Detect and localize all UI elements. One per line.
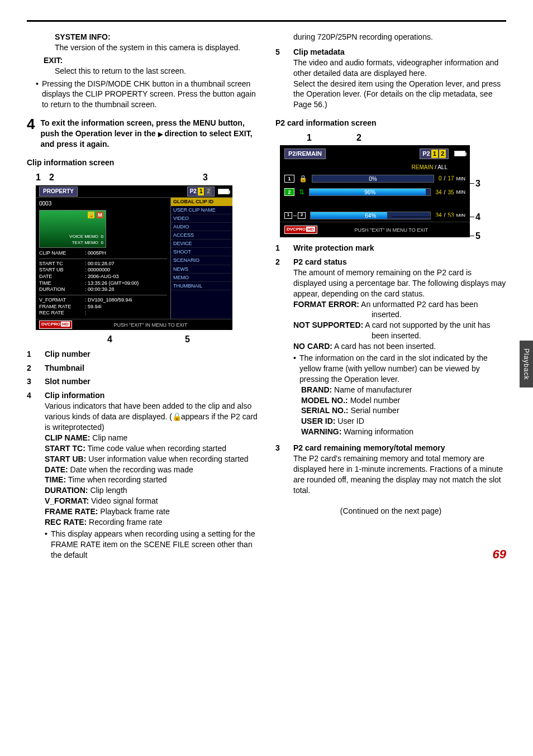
r-user: USER CLIP NAME xyxy=(171,206,232,214)
slot-2-icon: 2 xyxy=(284,188,294,196)
battery-icon xyxy=(454,151,465,156)
p2-combined-row: 1 – 2 64% 34/53MIN xyxy=(280,209,470,222)
kv-time: TIME: Time when recording started xyxy=(45,475,258,485)
exit-heading: EXIT: xyxy=(44,55,258,66)
p2-slot-2: 2 xyxy=(439,150,446,158)
r-item-3-title: P2 card remaining memory/total memory xyxy=(293,443,506,453)
clip-callout-2: 2 xyxy=(49,171,95,184)
v-time: : 13:35:26 (GMT+09:00) xyxy=(85,280,139,287)
r-memo: MEMO xyxy=(171,274,232,282)
v-vformat: : DV100_1080/59.94i xyxy=(85,297,132,304)
v-starttc: : 00:01:28.07 xyxy=(85,261,115,267)
kv-clipname: CLIP NAME: Clip name xyxy=(45,433,258,443)
r-item-2-title: P2 card status xyxy=(293,257,506,267)
clip-thumbnail: 🔒 M VOICE MEMO 0 TEXT MEMO 0 xyxy=(39,210,106,248)
warning-line: WARNING: Warning information xyxy=(301,427,506,437)
slot-2-badge: 2 xyxy=(205,188,212,195)
item-5-title: Clip metadata xyxy=(293,47,506,58)
item-5-body-a: The video and audio formats, videographe… xyxy=(293,58,506,79)
property-tag: PROPERTY xyxy=(39,186,78,197)
item-5: 5 Clip metadata The video and audio form… xyxy=(275,47,506,110)
kv-startub: START UB: User information value when re… xyxy=(45,454,258,465)
slot-2-pct: 96% xyxy=(364,189,375,197)
item-4-num: 4 xyxy=(27,390,35,401)
r-item-3-num: 3 xyxy=(275,443,283,453)
r-item-1-num: 1 xyxy=(275,243,283,253)
k-recrate: REC RATE xyxy=(39,310,82,317)
p2-slot-indicator: P2 1 2 xyxy=(187,186,215,197)
r-news: NEWS xyxy=(171,265,232,274)
battery-icon xyxy=(218,189,229,194)
p2-card-figure-wrap: 1 2 P2/REMAIN P2 1 2 REMAIN / ALL xyxy=(280,132,481,237)
slot-1-badge: 1 xyxy=(198,188,204,195)
serial-line: SERIAL NO.: Serial number xyxy=(301,405,506,416)
p2-callout-1: 1 xyxy=(307,132,312,144)
r-item-1-title: Write protection mark xyxy=(293,243,374,253)
brand-line: BRAND: Name of manufacturer xyxy=(301,385,506,395)
arrows-icon: ⇅ xyxy=(299,188,304,197)
step-4-text: To exit the information screen, press th… xyxy=(40,118,258,150)
yellow-frame-text: The information on the card in the slot … xyxy=(299,353,506,385)
recrate-bullet: • This display appears when recording us… xyxy=(45,529,258,561)
slot-1-icon: 1 xyxy=(284,175,294,183)
disp-mode-text: Pressing the DISP/MODE CHK button in a t… xyxy=(42,79,258,111)
v-duration: : 00:00:39.28 xyxy=(85,286,115,293)
clip-info-screen-heading: Clip information screen xyxy=(27,157,258,168)
clip-sequence-number: 0003 xyxy=(39,200,167,208)
kv-vformat: V_FORMAT: Video signal format xyxy=(45,496,258,506)
voice-memo-count: 0 xyxy=(101,234,103,239)
v-recrate: : xyxy=(85,310,87,317)
r-audio: AUDIO xyxy=(171,223,232,231)
k-clipname: CLIP NAME xyxy=(39,250,82,257)
r-access: ACCESS xyxy=(171,231,232,240)
item-3-num: 3 xyxy=(27,376,35,387)
k-duration: DURATION xyxy=(39,286,82,293)
p2-remain-tag: P2/REMAIN xyxy=(284,149,326,159)
play-triangle-icon xyxy=(158,129,163,138)
clip-callout-4: 4 xyxy=(107,333,112,346)
page-number: 69 xyxy=(493,546,506,563)
clip-callout-1: 1 xyxy=(36,171,49,184)
k-framerate: FRAME RATE xyxy=(39,304,82,310)
bullet-dot-icon: • xyxy=(36,79,39,111)
voice-memo-label: VOICE MEMO xyxy=(69,234,98,239)
r-device: DEVICE xyxy=(171,240,232,248)
yellow-frame-bullet: • The information on the card in the slo… xyxy=(293,353,506,385)
item-1-title: Clip number xyxy=(45,349,91,360)
p2-slot-1: 1 xyxy=(431,150,438,158)
slot-combined-icon: 1 – 2 xyxy=(284,211,306,219)
clip-fig-bottom-callouts: 4 5 xyxy=(36,333,232,346)
lock-icon: 🔒 xyxy=(299,174,307,183)
clip-metadata-menu: GLOBAL CLIP ID USER CLIP NAME VIDEO AUDI… xyxy=(171,198,232,319)
p2-slots-indicator: P2 1 2 xyxy=(420,149,449,159)
dvcpro-badge: DVCPROHD xyxy=(284,226,317,234)
step-4: 4 To exit the information screen, press … xyxy=(27,118,258,150)
remain-all-caption: REMAIN / ALL xyxy=(280,164,470,171)
r-item-1: 1 Write protection mark xyxy=(275,243,506,253)
r-item-3-body: The P2 card's remaining memory and total… xyxy=(293,453,506,496)
item-2: 2 Thumbnail xyxy=(27,363,258,374)
p2-callout-5: 5 xyxy=(475,230,480,242)
continuation-line: during 720P/25PN recording operations. xyxy=(293,32,506,42)
k-starttc: START TC xyxy=(39,261,82,267)
left-column: SYSTEM INFO: The version of the system i… xyxy=(27,32,258,561)
side-tab-playback: Playback xyxy=(520,341,533,387)
exit-message: PUSH "EXIT" IN MENU TO EXIT xyxy=(72,322,229,328)
kv-recrate: REC RATE: Recording frame rate xyxy=(45,517,258,528)
top-rule xyxy=(27,20,506,22)
k-date: DATE xyxy=(39,274,82,280)
item-4-body: Various indicators that have been added … xyxy=(45,401,258,433)
item-1-num: 1 xyxy=(27,349,35,360)
v-clipname: : 0005PH xyxy=(85,250,106,257)
item-2-title: Thumbnail xyxy=(45,363,84,374)
clip-fig-top-callouts: 1 2 3 xyxy=(36,171,232,184)
kv-date: DATE: Date when the recording was made xyxy=(45,465,258,475)
lock-inline-icon: 🔒 xyxy=(172,412,179,422)
text-memo-count: 0 xyxy=(101,240,103,245)
p2-callout-2: 2 xyxy=(356,132,361,144)
r-item-2: 2 P2 card status The amount of memory re… xyxy=(275,257,506,437)
p2-card-figure: P2/REMAIN P2 1 2 REMAIN / ALL 1 🔒 0% 0/1… xyxy=(280,145,470,237)
p2-slot2-row: 2 ⇅ 96% 34/35MIN xyxy=(280,185,470,199)
item-5-body-b: Select the desired item using the Operat… xyxy=(293,79,506,111)
p2-callout-3: 3 xyxy=(475,178,480,190)
